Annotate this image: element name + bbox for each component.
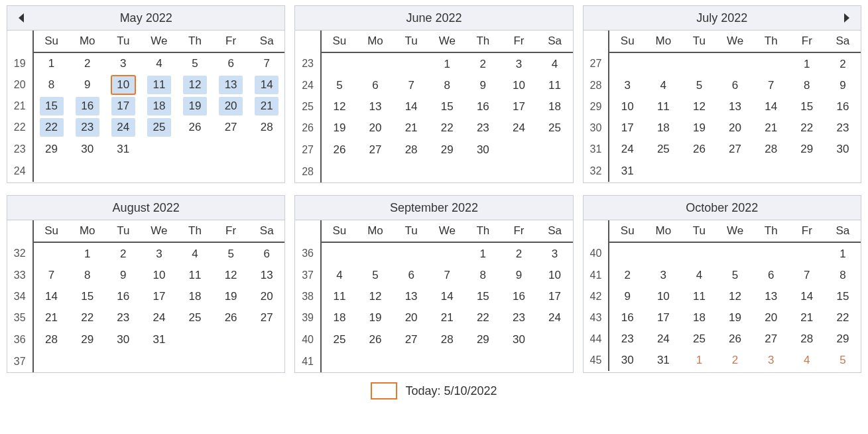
calendar-day[interactable]: 16 — [609, 307, 645, 328]
calendar-day[interactable]: 2 — [70, 52, 105, 74]
calendar-day[interactable]: 9 — [825, 75, 861, 96]
calendar-day[interactable]: 29 — [429, 139, 465, 161]
calendar-day[interactable]: 14 — [33, 286, 70, 307]
calendar-day[interactable]: 4 — [141, 52, 177, 74]
calendar-day[interactable]: 28 — [789, 328, 825, 350]
calendar-day[interactable]: 16 — [105, 286, 141, 307]
today-link[interactable]: Today: 5/10/2022 — [7, 382, 861, 399]
calendar-day[interactable]: 9 — [609, 286, 645, 307]
calendar-day[interactable]: 16 — [501, 286, 536, 307]
calendar-day[interactable]: 17 — [501, 96, 536, 117]
calendar-day[interactable]: 2 — [825, 52, 861, 75]
month-header[interactable]: August 2022 — [7, 196, 284, 220]
calendar-day[interactable]: 8 — [465, 265, 501, 286]
month-header[interactable]: October 2022 — [584, 196, 861, 220]
month-header[interactable]: June 2022 — [295, 6, 572, 31]
calendar-day[interactable]: 6 — [717, 75, 753, 96]
calendar-day[interactable]: 15 — [825, 286, 861, 307]
calendar-day[interactable]: 20 — [717, 117, 753, 139]
calendar-day[interactable]: 7 — [753, 75, 789, 96]
calendar-day[interactable]: 12 — [357, 286, 393, 307]
calendar-day[interactable]: 29 — [70, 328, 105, 350]
calendar-day[interactable]: 20 — [249, 286, 284, 307]
calendar-day[interactable]: 5 — [825, 350, 861, 371]
calendar-day[interactable]: 18 — [141, 96, 177, 117]
calendar-day[interactable]: 24 — [537, 307, 573, 328]
calendar-day[interactable]: 12 — [681, 96, 717, 117]
calendar-day[interactable]: 31 — [645, 350, 681, 371]
calendar-day[interactable]: 21 — [393, 117, 429, 139]
calendar-day[interactable]: 18 — [321, 307, 357, 328]
calendar-day[interactable]: 25 — [141, 117, 177, 138]
calendar-day[interactable]: 30 — [825, 139, 861, 160]
calendar-day[interactable]: 3 — [645, 265, 681, 286]
calendar-day[interactable]: 10 — [609, 96, 645, 117]
month-header[interactable]: July 2022 — [584, 6, 861, 31]
calendar-day[interactable]: 20 — [357, 117, 393, 139]
calendar-day[interactable]: 30 — [465, 139, 501, 161]
calendar-day[interactable]: 26 — [717, 328, 753, 350]
calendar-day[interactable]: 7 — [249, 52, 284, 74]
calendar-day[interactable]: 9 — [465, 75, 501, 96]
calendar-day[interactable]: 30 — [70, 138, 105, 160]
calendar-day[interactable]: 15 — [789, 96, 825, 117]
calendar-day[interactable]: 1 — [70, 242, 105, 265]
calendar-day[interactable]: 14 — [393, 96, 429, 117]
calendar-day[interactable]: 10 — [501, 75, 536, 96]
calendar-day[interactable]: 28 — [249, 117, 284, 138]
calendar-day[interactable]: 28 — [393, 139, 429, 161]
calendar-day[interactable]: 18 — [681, 307, 717, 328]
calendar-day[interactable]: 5 — [681, 75, 717, 96]
calendar-day[interactable]: 4 — [537, 52, 573, 75]
calendar-day[interactable]: 25 — [537, 117, 573, 139]
calendar-day[interactable]: 12 — [717, 286, 753, 307]
calendar-day[interactable]: 14 — [429, 286, 465, 307]
calendar-day[interactable]: 17 — [141, 286, 177, 307]
calendar-day[interactable]: 25 — [645, 139, 681, 160]
calendar-day[interactable]: 22 — [70, 307, 105, 328]
calendar-day[interactable]: 13 — [249, 265, 284, 286]
calendar-day[interactable]: 22 — [465, 307, 501, 328]
calendar-day[interactable]: 12 — [177, 74, 213, 96]
calendar-day[interactable]: 22 — [429, 117, 465, 139]
calendar-day[interactable]: 11 — [177, 265, 213, 286]
calendar-day[interactable]: 14 — [249, 74, 284, 96]
calendar-day[interactable]: 16 — [70, 96, 105, 117]
calendar-day[interactable]: 13 — [717, 96, 753, 117]
calendar-day[interactable]: 5 — [357, 265, 393, 286]
calendar-day[interactable]: 9 — [70, 74, 105, 96]
calendar-day[interactable]: 17 — [537, 286, 573, 307]
calendar-day[interactable]: 21 — [33, 307, 70, 328]
calendar-day[interactable]: 13 — [393, 286, 429, 307]
calendar-day[interactable]: 30 — [105, 328, 141, 350]
calendar-day[interactable]: 27 — [213, 117, 249, 138]
calendar-day[interactable]: 23 — [609, 328, 645, 350]
calendar-day[interactable]: 2 — [105, 242, 141, 265]
calendar-day[interactable]: 4 — [177, 242, 213, 265]
calendar-day[interactable]: 6 — [249, 242, 284, 265]
calendar-day[interactable]: 26 — [177, 117, 213, 138]
calendar-day[interactable]: 24 — [105, 117, 141, 138]
calendar-day[interactable]: 4 — [321, 265, 357, 286]
next-month-button[interactable] — [833, 6, 861, 30]
calendar-day[interactable]: 24 — [501, 117, 536, 139]
calendar-day[interactable]: 17 — [609, 117, 645, 139]
calendar-day[interactable]: 10 — [537, 265, 573, 286]
calendar-day[interactable]: 29 — [33, 138, 70, 160]
calendar-day[interactable]: 26 — [213, 307, 249, 328]
calendar-day[interactable]: 19 — [213, 286, 249, 307]
calendar-day[interactable]: 24 — [609, 139, 645, 160]
calendar-day[interactable]: 1 — [825, 242, 861, 265]
calendar-day[interactable]: 27 — [393, 328, 429, 350]
calendar-day[interactable]: 19 — [717, 307, 753, 328]
month-header[interactable]: September 2022 — [295, 196, 572, 220]
calendar-day[interactable]: 5 — [321, 75, 357, 96]
calendar-day[interactable]: 24 — [645, 328, 681, 350]
calendar-day[interactable]: 3 — [141, 242, 177, 265]
calendar-day[interactable]: 25 — [177, 307, 213, 328]
calendar-day[interactable]: 21 — [249, 96, 284, 117]
calendar-day[interactable]: 28 — [33, 328, 70, 350]
calendar-day[interactable]: 7 — [429, 265, 465, 286]
calendar-day[interactable]: 18 — [537, 96, 573, 117]
calendar-day[interactable]: 10 — [141, 265, 177, 286]
